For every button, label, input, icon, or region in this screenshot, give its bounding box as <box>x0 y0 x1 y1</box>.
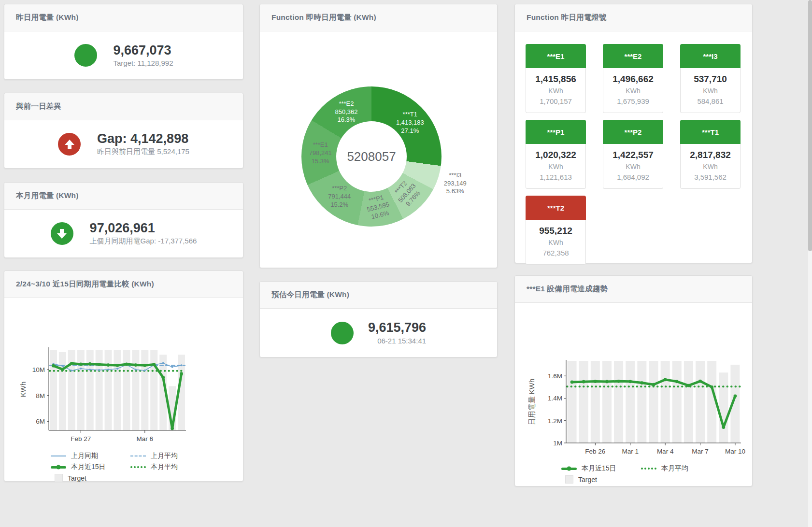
compare-chart-legend: 上月同期上月平均本月近15日本月平均Target <box>51 452 210 482</box>
light-tile-label: ***E1 <box>526 44 586 68</box>
svg-text:10M: 10M <box>32 366 45 373</box>
svg-text:8M: 8M <box>36 392 45 399</box>
light-tile-label: ***T1 <box>680 120 741 144</box>
light-tile-target: 1,700,157 <box>528 96 584 107</box>
card-title-month-usage: 本月用電量 (KWh) <box>4 183 243 210</box>
svg-text:日用電量 KWh: 日用電量 KWh <box>527 379 536 426</box>
legend-mark-line <box>51 456 66 456</box>
yesterday-usage-value: 9,667,073 <box>114 43 173 58</box>
legend-item[interactable]: Target <box>561 475 641 484</box>
legend-item[interactable]: 本月平均 <box>130 463 210 471</box>
legend-mark-dotted <box>130 466 146 468</box>
legend-mark-thick <box>561 468 577 470</box>
scrollbar-track <box>808 0 812 527</box>
light-tile-body: 2,817,832KWh3,591,562 <box>680 144 741 189</box>
legend-label: 本月平均 <box>151 463 178 471</box>
light-signal-tiles: ***E11,415,856KWh1,700,157***E21,496,662… <box>515 31 752 265</box>
donut-slice-label: ***E1798,24115.3% <box>309 141 332 166</box>
light-tile-target: 584,861 <box>683 96 738 107</box>
card-yesterday-usage: 昨日用電量 (KWh) 9,667,073 Target: 11,128,992 <box>4 4 243 80</box>
legend-item[interactable]: 本月平均 <box>641 464 721 473</box>
legend-label: Target <box>578 476 597 484</box>
light-tile: ***T12,817,832KWh3,591,562 <box>680 120 741 189</box>
arrow-up-icon <box>58 133 81 156</box>
light-tile-body: 1,020,322KWh1,121,613 <box>526 144 586 189</box>
legend-mark-dotted <box>641 468 656 470</box>
svg-text:1.4M: 1.4M <box>548 395 562 402</box>
card-month-usage: 本月用電量 (KWh) 97,026,961 上個月同期用電Gap: -17,3… <box>4 182 243 258</box>
light-tile-value: 1,496,662 <box>605 73 661 86</box>
light-tile-body: 1,422,557KWh1,684,092 <box>603 144 663 189</box>
donut-slice-label: ***P1553,59510.6% <box>364 193 392 222</box>
svg-text:Mar 6: Mar 6 <box>137 435 154 442</box>
light-tile-label: ***I3 <box>680 44 741 68</box>
trend-chart-svg: 1M1.2M1.4M1.6MFeb 26Mar 1Mar 4Mar 7Mar 1… <box>518 359 749 462</box>
legend-item[interactable]: 上月平均 <box>130 452 210 460</box>
svg-text:1M: 1M <box>553 440 562 447</box>
light-tile-value: 1,415,856 <box>528 73 584 86</box>
light-tile-value: 1,020,322 <box>528 149 584 162</box>
legend-item[interactable]: Target <box>51 474 130 482</box>
light-tile-target: 762,358 <box>528 248 584 259</box>
status-circle-green-icon <box>331 322 354 344</box>
light-tile-value: 2,817,832 <box>683 149 738 162</box>
light-tile: ***E11,415,856KWh1,700,157 <box>526 44 586 113</box>
svg-text:1.6M: 1.6M <box>548 372 562 380</box>
light-tile-label: ***P2 <box>603 120 663 144</box>
legend-label: Target <box>68 474 86 482</box>
yesterday-usage-target: Target: 11,128,992 <box>114 59 173 67</box>
card-e1-trend-chart: ***E1 設備用電達成趨勢 1M1.2M1.4M1.6MFeb 26Mar 1… <box>514 275 753 486</box>
light-tile-target: 3,591,562 <box>683 172 738 183</box>
svg-text:KWh: KWh <box>19 382 27 398</box>
light-tile-unit: KWh <box>605 162 661 172</box>
card-day-gap: 與前一日差異 Gap: 4,142,898 昨日與前日用電量 5,524,175 <box>4 93 243 169</box>
light-tile-body: 1,496,662KWh1,675,939 <box>603 68 663 113</box>
card-title-e1-trend: ***E1 設備用電達成趨勢 <box>515 276 752 303</box>
card-title-yesterday-usage: 昨日用電量 (KWh) <box>4 4 243 31</box>
compare-chart-svg: 6M8M10MFeb 27Mar 6KWh <box>7 346 238 450</box>
estimate-today-timestamp: 06-21 15:34:41 <box>368 337 426 345</box>
light-tile-unit: KWh <box>528 238 584 248</box>
legend-mark-thick <box>51 466 66 469</box>
light-tile-label: ***P1 <box>526 120 586 144</box>
donut-slice-label: ***T11,413,18327.1% <box>396 111 424 135</box>
light-tile-label: ***E2 <box>603 44 663 68</box>
svg-text:Mar 1: Mar 1 <box>622 448 639 455</box>
light-tile-unit: KWh <box>528 86 584 96</box>
light-tile-unit: KWh <box>605 86 661 96</box>
light-tile-value: 1,422,557 <box>605 149 661 162</box>
svg-text:Feb 26: Feb 26 <box>585 448 605 455</box>
legend-mark-dashed <box>130 456 146 456</box>
card-compare-chart: 2/24~3/10 近15日同期用電量比較 (KWh) 6M8M10MFeb 2… <box>4 271 243 482</box>
legend-item[interactable]: 本月近15日 <box>51 463 130 471</box>
legend-item[interactable]: 上月同期 <box>51 452 130 460</box>
month-usage-value: 97,026,961 <box>90 221 197 236</box>
arrow-down-icon <box>51 222 73 245</box>
light-tile-label: ***T2 <box>526 196 586 220</box>
card-title-function-lights: Function 昨日用電燈號 <box>515 4 752 31</box>
light-tile: ***P21,422,557KWh1,684,092 <box>603 120 663 189</box>
light-tile-value: 955,212 <box>528 225 584 238</box>
scrollbar-thumb[interactable] <box>808 0 812 251</box>
estimate-today-value: 9,615,796 <box>368 321 426 335</box>
svg-text:Mar 10: Mar 10 <box>725 448 745 455</box>
donut-slice-label: ***E2850,36216.3% <box>335 100 357 124</box>
card-function-light-signals: Function 昨日用電燈號 ***E11,415,856KWh1,700,1… <box>514 4 753 263</box>
light-tile-target: 1,684,092 <box>605 172 661 183</box>
month-usage-gap: 上個月同期用電Gap: -17,377,566 <box>90 237 197 246</box>
legend-label: 本月平均 <box>661 464 688 473</box>
svg-text:Feb 27: Feb 27 <box>71 435 91 442</box>
legend-item[interactable]: 本月近15日 <box>561 464 641 473</box>
light-tile-value: 537,710 <box>683 73 738 86</box>
legend-label: 上月同期 <box>71 452 98 460</box>
legend-label: 本月近15日 <box>71 463 106 471</box>
trend-chart-legend: 本月近15日本月平均Target <box>561 464 721 484</box>
svg-text:Mar 7: Mar 7 <box>692 448 709 455</box>
light-tile-body: 955,212KWh762,358 <box>526 220 586 265</box>
card-title-estimate-today: 預估今日用電量 (KWh) <box>260 282 497 309</box>
legend-label: 上月平均 <box>151 452 178 460</box>
legend-mark-swatch <box>55 474 63 482</box>
donut-slice-label: ***P2791,44415.2% <box>328 184 351 209</box>
light-tile: ***P11,020,322KWh1,121,613 <box>526 120 586 189</box>
light-tile-unit: KWh <box>528 162 584 172</box>
